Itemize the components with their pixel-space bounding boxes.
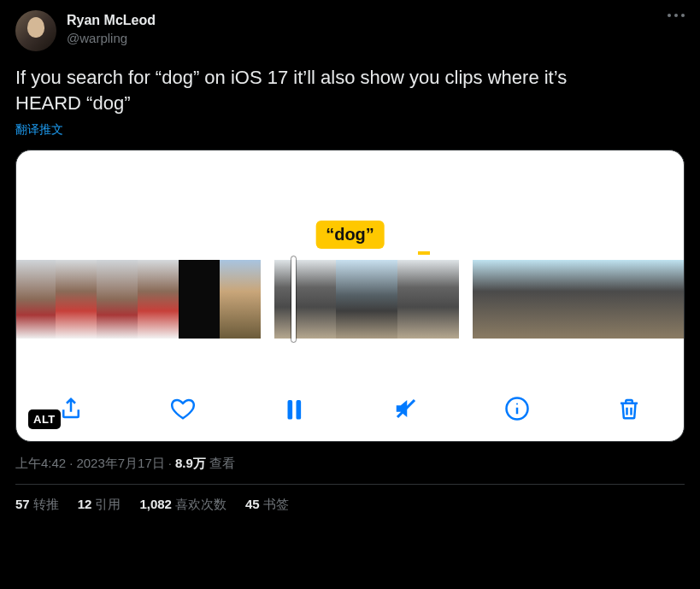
media-card[interactable]: “dog”	[15, 150, 685, 442]
timeline-frame	[473, 260, 514, 339]
likes-stat[interactable]: 1,082喜欢次数	[139, 497, 226, 513]
heart-icon[interactable]	[169, 395, 197, 422]
bookmarks-stat[interactable]: 45书签	[245, 497, 289, 513]
avatar[interactable]	[15, 10, 56, 51]
caption-chip: “dog”	[315, 221, 385, 249]
svg-point-4	[516, 403, 518, 405]
stat-label: 书签	[263, 497, 289, 511]
info-icon[interactable]	[503, 395, 531, 422]
translate-link[interactable]: 翻译推文	[15, 122, 685, 138]
separator: ·	[69, 456, 73, 470]
stat-label: 转推	[33, 497, 59, 511]
timeline-frame	[336, 260, 397, 339]
timeline-frame	[678, 260, 685, 339]
timeline-frame	[274, 260, 336, 339]
timeline-frame	[596, 260, 637, 339]
svg-rect-1	[297, 400, 302, 420]
tweet-text-line: If you search for “dog” on iOS 17 it’ll …	[15, 67, 567, 88]
share-icon[interactable]	[57, 395, 85, 422]
timeline-frame	[220, 260, 261, 339]
separator: ·	[168, 456, 172, 470]
views-label: 查看	[209, 456, 235, 472]
divider	[15, 484, 685, 485]
timeline-frame	[179, 260, 220, 339]
mute-icon[interactable]	[392, 395, 420, 422]
timeline-frame	[397, 260, 459, 339]
views-count: 8.9万	[175, 456, 206, 472]
alt-badge[interactable]: ALT	[28, 409, 61, 429]
tweet-text-line: HEARD “dog”	[15, 92, 130, 114]
stat-count: 12	[78, 497, 92, 511]
timeline-frame	[15, 260, 56, 339]
playhead[interactable]	[291, 256, 296, 342]
tweet-date[interactable]: 2023年7月17日	[76, 456, 164, 472]
timeline-frame	[555, 260, 596, 339]
display-name: Ryan McLeod	[67, 12, 156, 30]
tweet-text: If you search for “dog” on iOS 17 it’ll …	[15, 65, 685, 115]
clip-group[interactable]	[274, 260, 459, 339]
svg-rect-0	[288, 400, 293, 420]
retweets-stat[interactable]: 57转推	[15, 497, 59, 513]
tweet-stats: 57转推 12引用 1,082喜欢次数 45书签	[15, 497, 685, 513]
trash-icon[interactable]	[615, 395, 643, 422]
tweet-meta: 上午4:42 · 2023年7月17日 · 8.9万 查看	[15, 456, 685, 472]
caption-marker	[418, 251, 430, 255]
timeline-frame	[138, 260, 179, 339]
timeline-frame	[97, 260, 138, 339]
stat-count: 45	[245, 497, 260, 511]
author-names[interactable]: Ryan McLeod @warpling	[67, 10, 156, 46]
more-icon[interactable]	[668, 14, 685, 17]
stat-label: 喜欢次数	[175, 497, 226, 511]
stat-label: 引用	[95, 497, 121, 511]
clip-group[interactable]	[473, 260, 685, 339]
tweet-container: Ryan McLeod @warpling If you search for …	[0, 0, 700, 523]
tweet-time[interactable]: 上午4:42	[15, 456, 66, 472]
pause-icon[interactable]	[280, 395, 308, 422]
handle: @warpling	[67, 30, 156, 47]
timeline-frame	[56, 260, 97, 339]
timeline-frame	[514, 260, 555, 339]
timeline-frame	[637, 260, 678, 339]
tweet-header: Ryan McLeod @warpling	[15, 10, 685, 51]
stat-count: 57	[15, 497, 30, 511]
quotes-stat[interactable]: 12引用	[78, 497, 121, 513]
video-timeline[interactable]	[16, 260, 684, 339]
clip-group[interactable]	[15, 260, 261, 339]
stat-count: 1,082	[139, 497, 172, 511]
media-toolbar	[16, 395, 684, 422]
